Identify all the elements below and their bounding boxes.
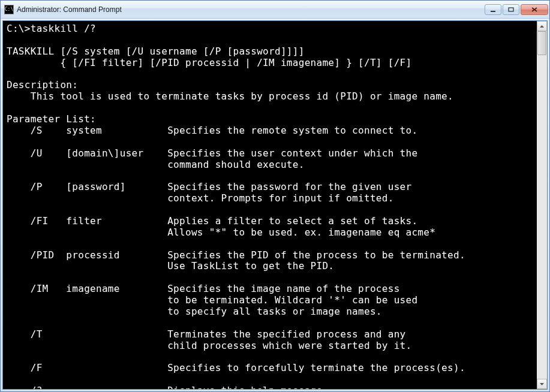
chevron-down-icon [540,383,544,385]
param-row: /? Displays this help message. [7,385,328,389]
description-header: Description: [7,79,78,91]
terminal-output[interactable]: C:\>taskkill /? TASKKILL [/S system [/U … [3,21,537,389]
window-frame: C:\ Administrator: Command Prompt C:\>ta… [0,0,550,392]
minimize-button[interactable] [485,4,501,15]
window-controls [485,4,548,15]
chevron-up-icon [540,25,544,28]
param-row: /U [domain\]user Specifies the user cont… [7,147,417,159]
client-area: C:\>taskkill /? TASKKILL [/S system [/U … [2,20,548,390]
minimize-icon [490,7,496,12]
usage-line: { [/FI filter] [/PID processid | /IM ima… [7,57,411,68]
usage-line: TASKKILL [/S system [/U username [/P [pa… [7,46,305,57]
description-text: This tool is used to terminate tasks by … [7,91,453,102]
maximize-button[interactable] [503,4,519,15]
svg-marker-5 [540,383,544,385]
param-row: /FI filter Applies a filter to select a … [7,215,417,227]
param-row: command should execute. [7,159,305,170]
param-row: child processes which were started by it… [7,340,411,351]
param-row: /S system Specifies the remote system to… [7,125,417,136]
close-icon [531,7,537,12]
param-row: /IM imagename Specifies the image name o… [7,283,400,294]
scroll-up-button[interactable] [537,21,547,31]
param-row: /PID processid Specifies the PID of the … [7,249,465,261]
titlebar[interactable]: C:\ Administrator: Command Prompt [1,1,549,19]
param-row: /P [password] Specifies the password for… [7,181,411,192]
param-row: Allows "*" to be used. ex. imagename eq … [7,227,435,238]
scroll-track[interactable] [537,31,547,379]
window-title: Administrator: Command Prompt [17,5,485,14]
maximize-icon [508,7,514,12]
close-button[interactable] [521,4,548,15]
prompt: C:\> [7,23,31,34]
vertical-scrollbar[interactable] [537,21,547,389]
svg-marker-4 [540,25,544,28]
cmd-icon: C:\ [4,5,14,14]
parameter-header: Parameter List: [7,113,96,125]
param-row: Use TaskList to get the PID. [7,260,334,272]
svg-rect-0 [491,11,495,12]
svg-rect-1 [509,8,513,11]
param-row: to be terminated. Wildcard '*' can be us… [7,294,417,306]
param-row: /F Specifies to forcefully terminate the… [7,362,465,373]
param-row: to specify all tasks or image names. [7,306,382,317]
scroll-thumb[interactable] [537,31,546,55]
command-text: taskkill /? [31,23,96,34]
param-row: /T Terminates the specified process and … [7,328,406,340]
scroll-down-button[interactable] [537,379,547,389]
param-row: context. Prompts for input if omitted. [7,192,394,204]
